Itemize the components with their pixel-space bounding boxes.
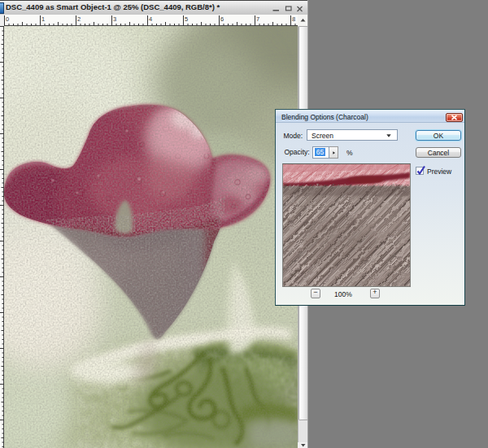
svg-text:3: 3 [113, 15, 116, 23]
svg-text:0: 0 [6, 15, 9, 23]
svg-text:1: 1 [41, 15, 45, 23]
svg-text:6: 6 [220, 15, 224, 23]
svg-text:8: 8 [292, 15, 295, 23]
svg-text:7: 7 [256, 15, 259, 23]
svg-text:2: 2 [77, 15, 81, 23]
svg-text:4: 4 [149, 15, 152, 23]
svg-text:5: 5 [185, 15, 188, 23]
